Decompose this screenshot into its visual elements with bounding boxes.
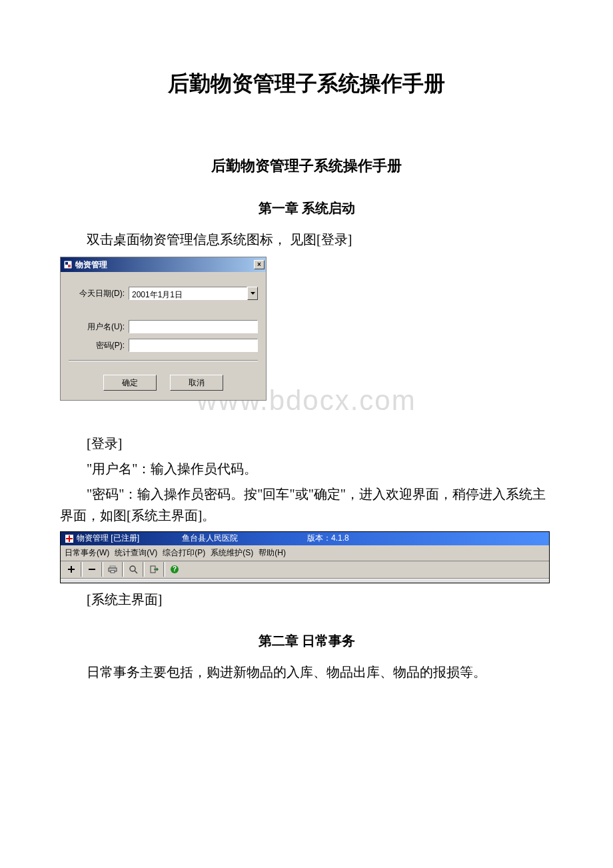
toolbar: ? [61,561,549,579]
svg-rect-6 [66,538,73,539]
chevron-down-icon[interactable] [247,287,258,300]
menu-stats[interactable]: 统计查询(V) [115,547,157,559]
client-area [61,579,549,583]
chapter1-heading: 第一章 系统启动 [60,197,553,219]
password-label: 密码(P): [69,339,129,352]
login-pass-explain: "密码"：输入操作员密码。按"回车"或"确定"，进入欢迎界面，稍停进入系统主界面… [60,483,553,526]
plus-icon[interactable] [63,562,79,577]
menu-maint[interactable]: 系统维护(S) [211,547,253,559]
svg-rect-9 [89,569,95,570]
username-label: 用户名(U): [69,321,129,333]
title-app: 物资管理 [已注册] [77,532,179,545]
toolbar-separator [101,562,103,577]
toolbar-separator [81,562,83,577]
title-version: 版本：4.1.8 [307,532,349,545]
printer-icon[interactable] [105,562,121,577]
main-caption: [系统主界面] [60,589,553,610]
svg-rect-8 [68,569,75,570]
title-org: 鱼台县人民医院 [182,532,305,545]
login-titlebar[interactable]: 物资管理 × [61,257,266,272]
date-label: 今天日期(D): [69,287,129,300]
toolbar-separator [143,562,145,577]
svg-rect-2 [68,265,71,267]
toolbar-separator [122,562,124,577]
svg-text:?: ? [173,565,177,573]
svg-point-13 [130,566,135,571]
login-caption: [登录] [60,433,553,454]
subtitle: 后勤物资管理子系统操作手册 [60,154,553,177]
svg-rect-1 [65,262,68,265]
menu-help[interactable]: 帮助(H) [259,547,286,559]
page-title: 后勤物资管理子系统操作手册 [60,67,553,101]
plus-icon [65,534,74,543]
menu-daily[interactable]: 日常事务(W) [65,547,109,559]
main-window: 物资管理 [已注册] 鱼台县人民医院 版本：4.1.8 日常事务(W) 统计查询… [60,531,550,583]
login-dialog: 物资管理 × 今天日期(D): 2001年1月1日 用户名(U): 密码(P):… [60,257,267,401]
toolbar-separator [163,562,165,577]
cancel-button[interactable]: 取消 [170,375,223,391]
menubar: 日常事务(W) 统计查询(V) 综合打印(P) 系统维护(S) 帮助(H) [61,545,549,561]
menu-print[interactable]: 综合打印(P) [163,547,205,559]
main-titlebar[interactable]: 物资管理 [已注册] 鱼台县人民医院 版本：4.1.8 [61,532,549,545]
chapter2-intro: 日常事务主要包括，购进新物品的入库、物品出库、物品的报损等。 [60,661,553,683]
chapter2-heading: 第二章 日常事务 [60,630,553,651]
app-icon [63,260,73,269]
minus-icon[interactable] [84,562,100,577]
svg-rect-12 [111,571,115,573]
username-input[interactable] [129,320,258,333]
chapter1-intro: 双击桌面物资管理信息系统图标， 见图[登录] [60,229,553,250]
preview-icon[interactable] [125,562,141,577]
date-input[interactable]: 2001年1月1日 [129,287,247,300]
svg-marker-3 [251,292,255,295]
help-icon[interactable]: ? [167,562,183,577]
login-user-explain: "用户名"：输入操作员代码。 [60,458,553,479]
password-input[interactable] [129,339,258,352]
ok-button[interactable]: 确定 [103,375,157,391]
svg-line-14 [135,571,137,573]
login-title-text: 物资管理 [75,259,254,271]
exit-icon[interactable] [146,562,162,577]
close-icon[interactable]: × [254,260,265,269]
